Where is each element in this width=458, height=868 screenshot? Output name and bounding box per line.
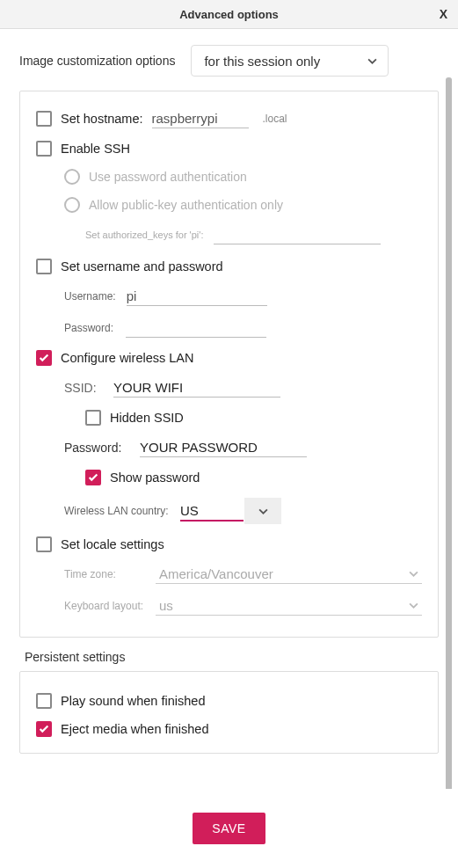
hostname-label: Set hostname: bbox=[61, 112, 143, 126]
wifi-hidden-label: Hidden SSID bbox=[110, 411, 184, 425]
ssh-password-radio-row: Use password authentication bbox=[36, 169, 422, 185]
timezone-row: Time zone: America/Vancouver bbox=[36, 565, 422, 584]
hostname-row: Set hostname: .local bbox=[36, 109, 422, 128]
wifi-password-row: Password: bbox=[36, 438, 422, 457]
userpass-checkbox[interactable] bbox=[36, 259, 52, 274]
eject-media-label: Eject media when finished bbox=[61, 722, 208, 736]
options-panel: Set hostname: .local Enable SSH Use pass… bbox=[19, 91, 439, 638]
hostname-checkbox[interactable] bbox=[36, 111, 52, 127]
play-sound-label: Play sound when finished bbox=[61, 694, 205, 708]
ssh-pubkey-radio[interactable] bbox=[64, 197, 80, 213]
wifi-ssid-input[interactable] bbox=[113, 378, 280, 398]
wifi-label: Configure wireless LAN bbox=[61, 351, 194, 365]
wifi-showpw-row: Show password bbox=[36, 470, 422, 485]
keyboard-select[interactable]: us bbox=[156, 596, 422, 616]
save-button[interactable]: SAVE bbox=[193, 813, 265, 844]
username-input[interactable] bbox=[127, 287, 267, 306]
wifi-checkbox[interactable] bbox=[36, 350, 52, 366]
ssh-password-radio-label: Use password authentication bbox=[89, 170, 247, 184]
wifi-showpw-checkbox[interactable] bbox=[85, 470, 101, 485]
userpass-row: Set username and password bbox=[36, 259, 422, 274]
close-button[interactable]: X bbox=[440, 7, 447, 21]
hostname-suffix: .local bbox=[263, 113, 287, 125]
ssh-pubkey-radio-row: Allow public-key authentication only bbox=[36, 197, 422, 213]
customization-scope-label: Image customization options bbox=[19, 54, 175, 68]
ssh-pubkey-radio-label: Allow public-key authentication only bbox=[89, 198, 283, 212]
wifi-hidden-row: Hidden SSID bbox=[36, 410, 422, 426]
keyboard-label: Keyboard layout: bbox=[64, 600, 145, 612]
timezone-value: America/Vancouver bbox=[159, 566, 273, 581]
userpass-label: Set username and password bbox=[61, 259, 223, 274]
customization-scope-row: Image customization options for this ses… bbox=[19, 45, 439, 77]
ssh-checkbox[interactable] bbox=[36, 141, 52, 157]
dialog-body: Image customization options for this ses… bbox=[0, 29, 458, 789]
wifi-showpw-label: Show password bbox=[110, 470, 200, 485]
username-label: Username: bbox=[64, 290, 116, 303]
keyboard-value: us bbox=[159, 598, 173, 613]
password-label: Password: bbox=[64, 322, 115, 334]
session-scope-select[interactable]: for this session only bbox=[191, 45, 389, 77]
play-sound-checkbox[interactable] bbox=[36, 693, 52, 709]
wifi-row: Configure wireless LAN bbox=[36, 350, 422, 366]
wifi-password-input[interactable] bbox=[140, 438, 307, 457]
chevron-down-icon bbox=[409, 569, 418, 579]
dialog-footer: SAVE bbox=[0, 789, 458, 868]
eject-media-checkbox[interactable] bbox=[36, 721, 52, 737]
wifi-country-combo bbox=[180, 498, 281, 524]
ssh-authkeys-label: Set authorized_keys for 'pi': bbox=[85, 230, 203, 240]
chevron-down-icon bbox=[409, 601, 418, 610]
persistent-settings-header: Persistent settings bbox=[25, 650, 439, 664]
ssh-password-radio[interactable] bbox=[64, 169, 80, 185]
password-input[interactable] bbox=[126, 318, 266, 338]
wifi-ssid-label: SSID: bbox=[64, 381, 103, 395]
locale-row: Set locale settings bbox=[36, 536, 422, 552]
locale-label: Set locale settings bbox=[61, 537, 164, 551]
username-row: Username: bbox=[36, 287, 422, 306]
session-scope-value: for this session only bbox=[204, 54, 320, 69]
wifi-country-input[interactable] bbox=[180, 501, 244, 522]
wifi-password-label: Password: bbox=[64, 441, 129, 455]
keyboard-row: Keyboard layout: us bbox=[36, 596, 422, 616]
advanced-options-dialog: Advanced options X Image customization o… bbox=[0, 0, 458, 868]
play-sound-row: Play sound when finished bbox=[36, 693, 422, 709]
ssh-authkeys-row: Set authorized_keys for 'pi': bbox=[36, 225, 422, 244]
ssh-authkeys-input[interactable] bbox=[214, 225, 381, 244]
ssh-row: Enable SSH bbox=[36, 141, 422, 157]
scrollbar-thumb[interactable] bbox=[446, 77, 452, 789]
timezone-label: Time zone: bbox=[64, 568, 145, 580]
wifi-country-dropdown-button[interactable] bbox=[244, 498, 281, 524]
wifi-hidden-checkbox[interactable] bbox=[85, 410, 101, 426]
timezone-select[interactable]: America/Vancouver bbox=[156, 565, 422, 584]
eject-media-row: Eject media when finished bbox=[36, 721, 422, 737]
ssh-label: Enable SSH bbox=[61, 142, 130, 156]
persistent-panel: Play sound when finished Eject media whe… bbox=[19, 671, 439, 754]
password-row: Password: bbox=[36, 318, 422, 338]
wifi-country-label: Wireless LAN country: bbox=[64, 505, 170, 517]
chevron-down-icon bbox=[367, 56, 377, 66]
dialog-header: Advanced options X bbox=[0, 0, 458, 29]
wifi-ssid-row: SSID: bbox=[36, 378, 422, 398]
hostname-input[interactable] bbox=[152, 109, 249, 128]
chevron-down-icon bbox=[258, 507, 268, 516]
locale-checkbox[interactable] bbox=[36, 536, 52, 552]
dialog-title: Advanced options bbox=[179, 8, 279, 21]
wifi-country-row: Wireless LAN country: bbox=[36, 498, 422, 524]
